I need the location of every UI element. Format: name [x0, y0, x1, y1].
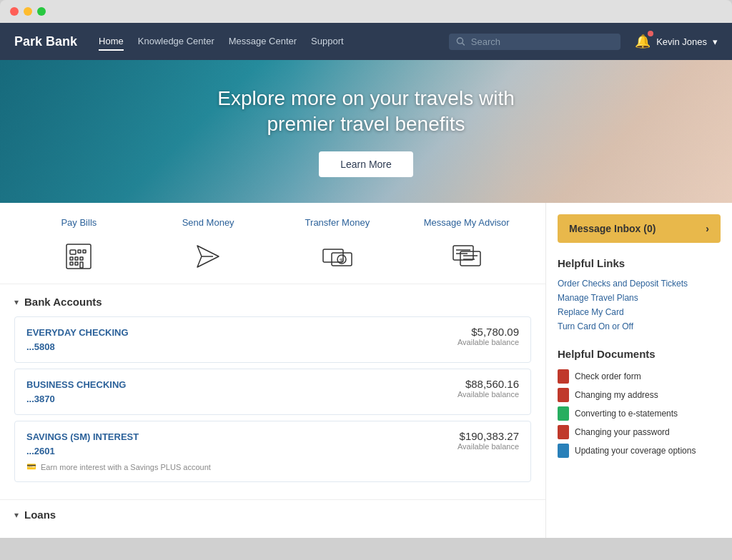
svg-rect-4: [78, 250, 81, 253]
svg-rect-5: [83, 250, 86, 253]
svg-point-0: [458, 38, 463, 44]
doc-icon-red-1: [558, 369, 569, 384]
transfer-money-action[interactable]: Transfer Money $: [273, 217, 402, 276]
helpful-docs-section: Helpful Documents Check order form Chang…: [558, 348, 721, 460]
dot-yellow[interactable]: [24, 7, 32, 16]
search-input[interactable]: [471, 36, 613, 47]
helpful-docs-title: Helpful Documents: [558, 348, 721, 360]
doc-changing-address[interactable]: Changing my address: [558, 386, 721, 404]
account-card-savings[interactable]: SAVINGS (SM) INTEREST ...2601 💳 Earn mor…: [14, 421, 531, 482]
send-money-icon: [188, 236, 228, 276]
transfer-money-icon: $: [317, 236, 357, 276]
hero-banner: Explore more on your travels with premie…: [0, 60, 732, 203]
svg-rect-3: [70, 250, 76, 254]
nav-message-center[interactable]: Message Center: [229, 33, 297, 51]
navbar: Park Bank Home Knowledge Center Message …: [0, 23, 732, 60]
svg-text:$: $: [340, 257, 343, 264]
link-order-checks[interactable]: Order Checks and Deposit Tickets: [558, 276, 721, 291]
sidebar: Message Inbox (0) › Helpful Links Order …: [546, 203, 732, 538]
dot-green[interactable]: [37, 7, 46, 16]
svg-rect-18: [453, 246, 473, 260]
account-balance-1: $5,780.09 Available balance: [458, 326, 519, 346]
doc-label-4: Changing your password: [575, 427, 670, 437]
pay-bills-action[interactable]: Pay Bills: [14, 217, 144, 276]
svg-rect-7: [75, 257, 78, 260]
link-turn-card[interactable]: Turn Card On or Off: [558, 319, 721, 334]
message-advisor-label: Message My Advisor: [424, 217, 510, 228]
nav-support[interactable]: Support: [311, 33, 344, 51]
bank-accounts-title: Bank Accounts: [24, 296, 102, 308]
pay-bills-icon: [59, 236, 99, 276]
main-content: Pay Bills: [0, 203, 732, 538]
helpful-links-section: Helpful Links Order Checks and Deposit T…: [558, 257, 721, 334]
send-money-action[interactable]: Send Money: [144, 217, 273, 276]
doc-icon-red-3: [558, 425, 569, 439]
svg-rect-6: [70, 257, 73, 260]
user-dropdown-icon[interactable]: ▾: [713, 36, 718, 47]
search-icon: [456, 36, 465, 46]
account-note: 💳 Earn more interest with a Savings PLUS…: [26, 458, 458, 473]
message-inbox-button[interactable]: Message Inbox (0) ›: [558, 214, 721, 243]
doc-updating-coverage[interactable]: Updating your coverage options: [558, 441, 721, 460]
doc-icon-green-1: [558, 406, 569, 421]
loans-chevron: ▾: [14, 510, 19, 520]
notification-badge: [648, 31, 653, 36]
account-card-business-checking[interactable]: BUSINESS CHECKING ...3870 $88,560.16 Ava…: [14, 369, 531, 415]
hero-cta-button[interactable]: Learn More: [319, 151, 413, 177]
account-name-3: SAVINGS (SM) INTEREST ...2601: [26, 430, 458, 458]
message-inbox-chevron: ›: [706, 223, 709, 234]
svg-rect-9: [70, 262, 73, 265]
svg-rect-8: [80, 257, 83, 260]
link-manage-travel[interactable]: Manage Travel Plans: [558, 291, 721, 305]
message-advisor-action[interactable]: Message My Advisor: [402, 217, 531, 276]
loans-title: Loans: [24, 509, 56, 521]
message-advisor-icon: [447, 236, 487, 276]
svg-line-1: [463, 43, 465, 45]
notification-bell[interactable]: 🔔: [635, 34, 651, 49]
bank-accounts-section: ▾ Bank Accounts EVERYDAY CHECKING ...580…: [0, 284, 545, 499]
account-balance-3: $190,383.27 Available balance: [458, 430, 519, 451]
svg-rect-10: [75, 262, 78, 265]
doc-converting-estatements[interactable]: Converting to e-statements: [558, 404, 721, 423]
doc-icon-blue-1: [558, 444, 569, 458]
doc-label-1: Check order form: [575, 371, 641, 381]
account-name-2: BUSINESS CHECKING ...3870: [26, 378, 126, 406]
search-bar[interactable]: [449, 34, 620, 50]
window-chrome: [0, 0, 732, 23]
account-balance-2: $88,560.16 Available balance: [458, 378, 519, 399]
link-replace-card[interactable]: Replace My Card: [558, 305, 721, 319]
account-card-everyday-checking[interactable]: EVERYDAY CHECKING ...5808 $5,780.09 Avai…: [14, 316, 531, 363]
doc-icon-red-2: [558, 388, 569, 402]
pay-bills-label: Pay Bills: [61, 217, 97, 228]
hero-content: Explore more on your travels with premie…: [217, 86, 515, 178]
user-menu[interactable]: 🔔 Kevin Jones ▾: [635, 34, 718, 49]
transfer-money-label: Transfer Money: [305, 217, 370, 228]
loans-header[interactable]: ▾ Loans: [14, 509, 531, 521]
brand-name: Park Bank: [14, 34, 77, 49]
bank-accounts-header[interactable]: ▾ Bank Accounts: [14, 296, 531, 308]
dot-red[interactable]: [10, 7, 19, 16]
send-money-label: Send Money: [182, 217, 234, 228]
loans-section: ▾ Loans: [0, 499, 545, 538]
user-name: Kevin Jones: [656, 36, 707, 47]
doc-check-order-form[interactable]: Check order form: [558, 367, 721, 386]
nav-links: Home Knowledge Center Message Center Sup…: [99, 33, 435, 51]
doc-changing-password[interactable]: Changing your password: [558, 423, 721, 441]
svg-rect-11: [80, 262, 83, 268]
helpful-links-title: Helpful Links: [558, 257, 721, 269]
doc-label-2: Changing my address: [575, 390, 658, 400]
doc-label-3: Converting to e-statements: [575, 409, 678, 419]
hero-title: Explore more on your travels with premie…: [217, 86, 515, 138]
nav-knowledge-center[interactable]: Knowledge Center: [138, 33, 214, 51]
quick-actions: Pay Bills: [0, 203, 545, 284]
doc-label-5: Updating your coverage options: [575, 446, 696, 456]
content-area: Pay Bills: [0, 203, 546, 538]
account-name-1: EVERYDAY CHECKING ...5808: [26, 326, 129, 354]
nav-home[interactable]: Home: [99, 33, 124, 51]
bank-accounts-chevron: ▾: [14, 297, 19, 307]
